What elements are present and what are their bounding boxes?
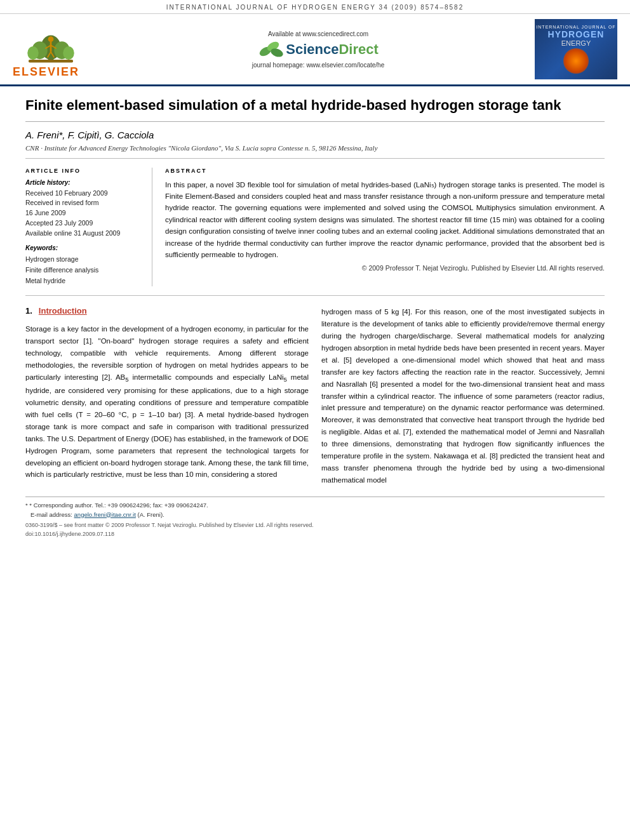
issn-line: 0360-3199/$ – see front matter © 2009 Pr… [25, 522, 605, 528]
svg-rect-6 [29, 60, 73, 62]
section-number: 1. [25, 306, 32, 316]
authors-text: A. Freni*, F. Cipitì, G. Cacciola [25, 130, 154, 140]
article-content: Finite element-based simulation of a met… [0, 86, 630, 550]
article-info-left: ARTICLE INFO Article history: Received 1… [25, 168, 152, 286]
cover-design-circle [563, 48, 589, 74]
email-footnote: E-mail address: angelo.freni@itae.cnr.it… [25, 510, 605, 519]
introduction-right-text: hydrogen mass of 5 kg [4]. For this reas… [321, 306, 605, 487]
abstract-section: ABSTRACT In this paper, a novel 3D flexi… [165, 168, 605, 286]
email-suffix: (A. Freni). [138, 511, 164, 518]
article-info-heading: ARTICLE INFO [25, 168, 143, 174]
history-item-3: Accepted 23 July 2009 [25, 218, 143, 229]
abstract-copyright: © 2009 Professor T. Nejat Veziroglu. Pub… [165, 264, 605, 272]
history-item-2: 16 June 2009 [25, 208, 143, 218]
cover-hydrogen-text: HYDROGEN [548, 29, 605, 39]
article-info-section: ARTICLE INFO Article history: Received 1… [25, 168, 605, 296]
introduction-left-text: Storage is a key factor in the developme… [25, 323, 309, 481]
svg-point-5 [63, 46, 74, 60]
available-text: Available at www.sciencedirect.com [102, 30, 535, 37]
abstract-text: In this paper, a novel 3D flexible tool … [165, 179, 605, 261]
keyword-0: Hydrogen storage [25, 254, 143, 265]
sciencedirect-logo: ScienceDirect [102, 40, 535, 59]
cover-intl-text: INTERNATIONAL JOURNAL OF [536, 25, 615, 29]
keyword-2: Metal hydride [25, 276, 143, 286]
sd-leaf-icon [258, 40, 283, 59]
corresponding-author-note: * * Corresponding author. Tel.: +39 0906… [25, 501, 605, 510]
journal-header-text: INTERNATIONAL JOURNAL OF HYDROGEN ENERGY… [166, 4, 464, 11]
keyword-1: Finite difference analysis [25, 265, 143, 276]
banner: ELSEVIER Available at www.sciencedirect.… [0, 14, 630, 86]
history-label: Article history: [25, 179, 143, 186]
body-left-column: 1. Introduction Storage is a key factor … [25, 306, 309, 487]
body-right-column: hydrogen mass of 5 kg [4]. For this reas… [321, 306, 605, 487]
history-item-1: Received in revised form [25, 198, 143, 208]
body-columns: 1. Introduction Storage is a key factor … [25, 306, 605, 487]
elsevier-tree-icon [13, 20, 89, 64]
journal-header: INTERNATIONAL JOURNAL OF HYDROGEN ENERGY… [0, 0, 630, 14]
hydrogen-energy-cover: INTERNATIONAL JOURNAL OF HYDROGEN ENERGY [535, 19, 617, 79]
affiliation: CNR · Institute for Advanced Energy Tech… [25, 144, 605, 159]
keywords-label: Keywords: [25, 244, 143, 251]
authors: A. Freni*, F. Cipitì, G. Cacciola [25, 130, 605, 140]
elsevier-wordmark: ELSEVIER [13, 65, 79, 79]
svg-point-4 [27, 46, 39, 60]
page: INTERNATIONAL JOURNAL OF HYDROGEN ENERGY… [0, 0, 630, 840]
svg-point-7 [48, 36, 54, 42]
email-label: E-mail address: [30, 511, 72, 518]
history-item-4: Available online 31 August 2009 [25, 229, 143, 239]
sciencedirect-center: Available at www.sciencedirect.com Scien… [102, 30, 535, 69]
elsevier-logo: ELSEVIER [13, 20, 102, 79]
doi-line: doi:10.1016/j.ijhydene.2009.07.118 [25, 531, 605, 537]
section-heading-introduction: Introduction [39, 306, 87, 316]
page-footer: * * Corresponding author. Tel.: +39 0906… [25, 497, 605, 537]
sd-homepage-text: journal homepage: www.elsevier.com/locat… [102, 62, 535, 69]
history-item-0: Received 10 February 2009 [25, 189, 143, 199]
abstract-heading: ABSTRACT [165, 168, 605, 174]
cover-energy-text: ENERGY [561, 39, 591, 47]
email-address[interactable]: angelo.freni@itae.cnr.it [74, 511, 136, 518]
sciencedirect-wordmark: ScienceDirect [286, 41, 379, 58]
corresponding-author-text: * Corresponding author. Tel.: +39 090624… [29, 502, 208, 509]
article-title: Finite element-based simulation of a met… [25, 97, 605, 122]
